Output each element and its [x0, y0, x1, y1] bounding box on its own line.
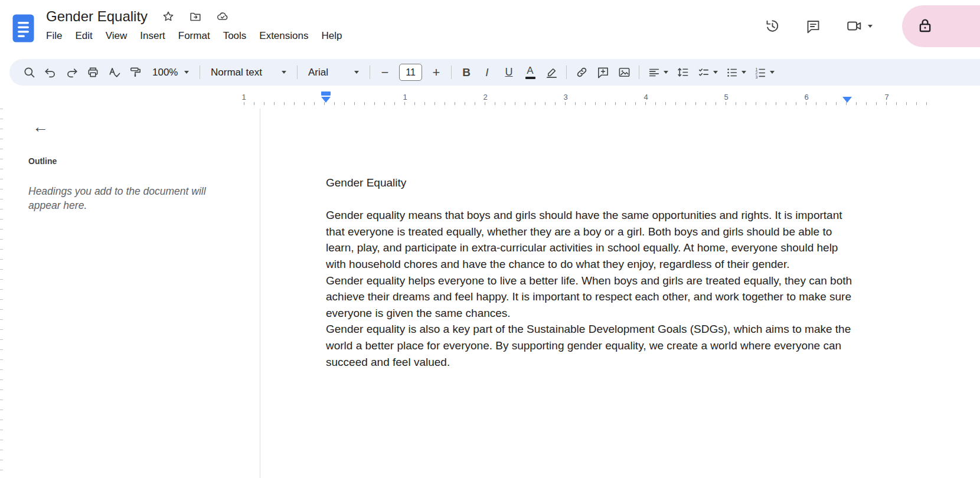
highlight-color-button[interactable] [541, 62, 562, 83]
text-color-icon: A [525, 66, 535, 79]
outline-title: Outline [28, 156, 57, 166]
google-docs-app: Gender Equality [0, 0, 980, 478]
menu-extensions[interactable]: Extensions [253, 28, 315, 44]
numbered-list-button[interactable]: 1 2 3 [750, 62, 778, 83]
menu-format[interactable]: Format [172, 28, 217, 44]
toolbar-separator [639, 66, 639, 79]
ruler-number: 4 [643, 93, 648, 102]
move-folder-icon[interactable] [189, 10, 202, 23]
paragraph[interactable]: Gender equality means that boys and girl… [326, 207, 852, 272]
version-history-icon [764, 18, 780, 34]
paragraph-style-select[interactable]: Normal text [204, 62, 293, 83]
horizontal-ruler[interactable]: 1 1 2 3 4 5 6 7 [0, 87, 980, 109]
font-select[interactable]: Arial [302, 62, 365, 83]
version-history-button[interactable] [764, 18, 780, 34]
paragraph[interactable]: Gender equality is also a key part of th… [326, 321, 852, 370]
doc-heading[interactable]: Gender Equality [326, 175, 852, 191]
toolbar-separator [566, 66, 567, 79]
search-icon [22, 66, 36, 79]
paragraph-style-value: Normal text [211, 67, 262, 78]
menu-help[interactable]: Help [315, 28, 348, 44]
paragraph[interactable]: Gender equality helps everyone to live a… [326, 273, 852, 322]
menubar: File Edit View Insert Format Tools Exten… [40, 28, 348, 44]
ruler-number: 5 [724, 93, 728, 102]
star-icon[interactable] [162, 10, 175, 23]
vertical-ruler[interactable] [0, 109, 9, 478]
menu-file[interactable]: File [40, 28, 68, 44]
italic-icon: I [485, 66, 489, 79]
chevron-down-icon [282, 71, 286, 74]
open-comments-button[interactable] [805, 18, 821, 34]
align-left-icon [648, 66, 661, 79]
left-indent-marker[interactable] [321, 97, 331, 103]
spellcheck-icon [107, 66, 121, 79]
decrease-font-size-button[interactable]: − [374, 62, 396, 83]
add-comment-icon [596, 66, 610, 79]
document-page[interactable]: Gender Equality Gender equality means th… [326, 175, 852, 370]
insert-link-button[interactable] [571, 62, 592, 83]
chevron-down-icon [770, 71, 775, 74]
zoom-select[interactable]: 100% [146, 62, 195, 83]
back-arrow-icon: ← [32, 118, 48, 136]
undo-icon [44, 66, 57, 79]
bulleted-list-icon [726, 66, 739, 79]
cloud-status-icon[interactable] [216, 10, 229, 23]
line-spacing-button[interactable] [672, 62, 693, 83]
spellcheck-button[interactable] [103, 62, 125, 83]
ruler-ticks [244, 102, 927, 105]
header: Gender Equality [0, 0, 980, 58]
share-button[interactable] [902, 5, 980, 47]
insert-image-button[interactable] [613, 62, 635, 83]
ruler-number: 1 [241, 93, 246, 102]
close-outline-button[interactable]: ← [32, 118, 48, 136]
document-canvas[interactable]: Gender Equality Gender equality means th… [261, 109, 980, 478]
align-button[interactable] [643, 62, 672, 83]
bold-icon: B [462, 66, 471, 79]
search-menus-button[interactable] [18, 62, 40, 83]
outline-panel: ← Outline Headings you add to the docume… [9, 109, 260, 478]
menu-view[interactable]: View [99, 28, 134, 44]
paint-format-button[interactable] [125, 62, 146, 83]
toolbar: 100% Normal text Arial − 11 + B I U [9, 59, 980, 86]
open-comments-icon [805, 18, 821, 34]
toolbar-separator [370, 66, 370, 79]
blank-line[interactable] [326, 191, 852, 208]
chevron-down-icon [741, 71, 746, 74]
plus-icon: + [433, 65, 440, 80]
bold-button[interactable]: B [456, 62, 477, 83]
chevron-down-icon [713, 71, 718, 74]
redo-icon [65, 66, 79, 79]
chevron-down-icon [184, 71, 189, 74]
ruler-number: 1 [403, 93, 407, 102]
font-size-input[interactable]: 11 [399, 64, 422, 81]
title-block: Gender Equality [46, 8, 348, 44]
minus-icon: − [381, 65, 389, 80]
add-comment-button[interactable] [592, 62, 613, 83]
ruler-number: 2 [483, 93, 487, 102]
menu-tools[interactable]: Tools [217, 28, 253, 44]
menu-edit[interactable]: Edit [68, 28, 99, 44]
toolbar-separator [297, 66, 298, 79]
share-lock-icon [916, 17, 934, 34]
menu-insert[interactable]: Insert [133, 28, 172, 44]
italic-button[interactable]: I [477, 62, 498, 83]
ruler-number: 3 [563, 93, 567, 102]
first-line-indent-marker[interactable] [321, 91, 331, 96]
meet-video-icon [846, 18, 863, 34]
chevron-down-icon [868, 25, 873, 28]
underline-button[interactable]: U [498, 62, 520, 83]
redo-button[interactable] [61, 62, 82, 83]
print-button[interactable] [82, 62, 103, 83]
checklist-button[interactable] [693, 62, 721, 83]
insert-link-icon [575, 66, 589, 79]
increase-font-size-button[interactable]: + [426, 62, 447, 83]
insert-image-icon [618, 66, 631, 79]
meet-button[interactable] [846, 18, 873, 34]
document-title[interactable]: Gender Equality [46, 8, 148, 25]
undo-button[interactable] [40, 62, 61, 83]
docs-logo-icon[interactable] [12, 14, 34, 42]
text-color-button[interactable]: A [520, 62, 541, 83]
toolbar-separator [200, 66, 200, 79]
bulleted-list-button[interactable] [721, 62, 750, 83]
right-indent-marker[interactable] [842, 97, 852, 103]
